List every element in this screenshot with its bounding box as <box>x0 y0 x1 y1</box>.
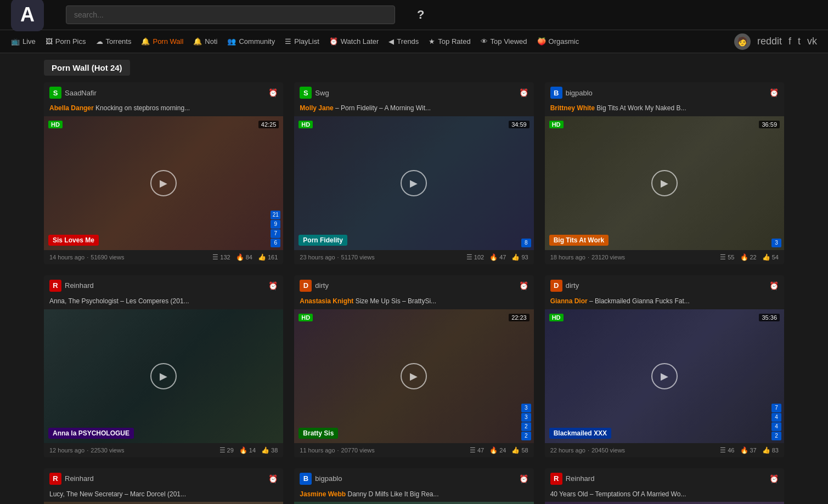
card-title-rest: Anna, The Psychologist – Les Comperes (2… <box>49 297 189 305</box>
card-footer-left: 14 hours ago · 51690 views <box>49 254 124 261</box>
reddit-icon[interactable]: reddit <box>757 36 782 47</box>
search-bar <box>66 5 395 24</box>
torrents-icon: ☁ <box>96 37 103 46</box>
card-card-5[interactable]: D dirty ⏰ Anastasia Knight Size Me Up Si… <box>294 275 533 457</box>
comments-count: 46 <box>728 447 734 454</box>
card-header: D dirty ⏰ <box>294 275 533 296</box>
nav-item-community[interactable]: 👥 Community <box>227 37 275 46</box>
nav-item-torrents[interactable]: ☁ Torrents <box>96 37 132 46</box>
nav-item-trends[interactable]: ◀ Trends <box>388 37 419 46</box>
card-user: B bigpablo <box>300 473 342 485</box>
likes-count: 83 <box>772 447 779 454</box>
comments-icon: ☰ <box>219 446 226 454</box>
card-card-2[interactable]: S Swg ⏰ Molly Jane – Porn Fidelity – A M… <box>294 82 533 264</box>
clock-icon: ⏰ <box>268 281 278 290</box>
card-footer: 14 hours ago · 51690 views ☰ 132 🔥 84 👍 … <box>44 250 283 264</box>
likes-count: 54 <box>772 254 779 261</box>
nav-label-watch-later: Watch Later <box>341 37 379 46</box>
card-title: Jasmine Webb Danny D Milfs Like It Big R… <box>294 489 533 502</box>
twitter-icon[interactable]: t <box>798 36 801 47</box>
user-badge: R <box>49 473 61 485</box>
nav-item-watch-later[interactable]: ⏰ Watch Later <box>329 37 379 46</box>
nav-item-porn-wall[interactable]: 🔔 Porn Wall <box>141 37 183 46</box>
vote-stack: 3322 <box>521 404 531 440</box>
play-button[interactable]: ▶ <box>150 170 177 196</box>
nav-item-noti[interactable]: 🔔 Noti <box>193 37 217 46</box>
thumbnail[interactable]: ▶ HD 36:59 Big Tits At Work 3 <box>545 116 784 250</box>
card-header: S Swg ⏰ <box>294 82 533 103</box>
channel-badge: Blackmailed XXX <box>549 428 611 439</box>
vk-icon[interactable]: vk <box>807 36 817 47</box>
like-icon: 👍 <box>511 446 520 454</box>
card-title: Abella Danger Knocking on stepbros morni… <box>44 103 283 116</box>
play-button[interactable]: ▶ <box>150 363 177 389</box>
nav-item-playlist[interactable]: ☰ PlayList <box>285 37 319 46</box>
dislikes-stat: 🔥 14 <box>239 446 256 454</box>
logo-letter: A <box>20 3 35 26</box>
dislikes-stat: 🔥 37 <box>740 446 757 454</box>
clock-icon: ⏰ <box>769 88 779 97</box>
hd-badge: HD <box>549 314 564 321</box>
title-highlight: Brittney White <box>550 104 595 112</box>
card-card-8[interactable]: B bigpablo ⏰ Jasmine Webb Danny D Milfs … <box>294 468 533 504</box>
dislikes-count: 22 <box>750 254 757 261</box>
clock-icon: ⏰ <box>519 281 528 290</box>
play-button[interactable]: ▶ <box>651 363 678 389</box>
comments-stat: ☰ 102 <box>466 253 484 261</box>
thumbnail[interactable]: ▶ HD 35:36 Blackmailed XXX 7442 <box>545 309 784 443</box>
likes-stat: 👍 161 <box>258 253 278 261</box>
thumbnail[interactable]: ▶ MARC DORCEL <box>545 502 784 504</box>
like-icon: 👍 <box>762 446 770 454</box>
play-button[interactable]: ▶ <box>401 363 427 389</box>
card-user: D dirty <box>300 280 329 292</box>
orgasmic-icon: 🍑 <box>537 37 546 46</box>
card-card-9[interactable]: R Reinhard ⏰ 40 Years Old – Temptations … <box>545 468 784 504</box>
channel-badge: Anna la PSYCHOLOGUE <box>48 428 134 439</box>
user-avatar[interactable]: 🧑 <box>734 33 751 50</box>
live-icon: 📺 <box>11 37 20 46</box>
card-card-3[interactable]: B bigpablo ⏰ Brittney White Big Tits At … <box>545 82 784 264</box>
clock-icon: ⏰ <box>268 474 278 483</box>
facebook-icon[interactable]: f <box>788 36 791 47</box>
card-card-4[interactable]: R Reinhard ⏰ Anna, The Psychologist – Le… <box>44 275 283 457</box>
separator: · <box>588 254 589 261</box>
card-user: R Reinhard <box>550 473 595 485</box>
views: 23120 views <box>592 254 625 261</box>
card-title-rest: Lucy, The New Secretary – Marc Dorcel (2… <box>49 490 186 498</box>
username: bigpablo <box>315 474 342 483</box>
card-card-1[interactable]: S SaadNafir ⏰ Abella Danger Knocking on … <box>44 82 283 264</box>
card-stats: ☰ 132 🔥 84 👍 161 <box>212 253 278 261</box>
thumbnail[interactable]: ▶ MARC DORCEL <box>44 502 283 504</box>
comments-stat: ☰ 29 <box>219 446 234 454</box>
thumbnail[interactable]: ▶ HD 26:54 7 <box>294 502 533 504</box>
views: 51170 views <box>341 254 375 261</box>
nav-item-top-rated[interactable]: ★ Top Rated <box>429 37 470 46</box>
logo[interactable]: A <box>11 0 44 31</box>
card-user: R Reinhard <box>49 280 94 292</box>
thumbnail[interactable]: ▶ HD 34:59 Porn Fidelity 8 <box>294 116 533 250</box>
separator: · <box>87 254 88 261</box>
card-title-rest: – Porn Fidelity – A Morning Wit... <box>334 104 431 112</box>
search-input[interactable] <box>66 5 395 24</box>
nav-item-top-viewed[interactable]: 👁 Top Viewed <box>481 37 527 46</box>
card-card-7[interactable]: R Reinhard ⏰ Lucy, The New Secretary – M… <box>44 468 283 504</box>
time-ago: 12 hours ago <box>49 447 85 454</box>
comments-icon: ☰ <box>466 253 472 261</box>
hd-badge: HD <box>48 121 63 128</box>
thumbnail[interactable]: ▶ HD 42:25 Sis Loves Me 21976 <box>44 116 283 250</box>
thumbnail[interactable]: ▶ Anna la PSYCHOLOGUE <box>44 309 283 443</box>
nav-item-porn-pics[interactable]: 🖼 Porn Pics <box>46 37 86 46</box>
community-icon: 👥 <box>227 37 236 46</box>
comments-count: 47 <box>477 447 484 454</box>
nav-item-orgasmic[interactable]: 🍑 Orgasmic <box>537 37 579 46</box>
card-header: R Reinhard ⏰ <box>44 275 283 296</box>
card-footer-left: 18 hours ago · 23120 views <box>550 254 625 261</box>
help-icon[interactable]: ? <box>417 8 424 22</box>
play-button[interactable]: ▶ <box>651 170 678 196</box>
play-button[interactable]: ▶ <box>401 170 427 196</box>
nav-item-live[interactable]: 📺 Live <box>11 37 36 46</box>
time-ago: 18 hours ago <box>550 254 585 261</box>
thumbnail[interactable]: ▶ HD 22:23 Bratty Sis 3322 <box>294 309 533 443</box>
card-card-6[interactable]: D dirty ⏰ Gianna Dior – Blackmailed Gian… <box>545 275 784 457</box>
title-highlight: Gianna Dior <box>550 297 588 305</box>
